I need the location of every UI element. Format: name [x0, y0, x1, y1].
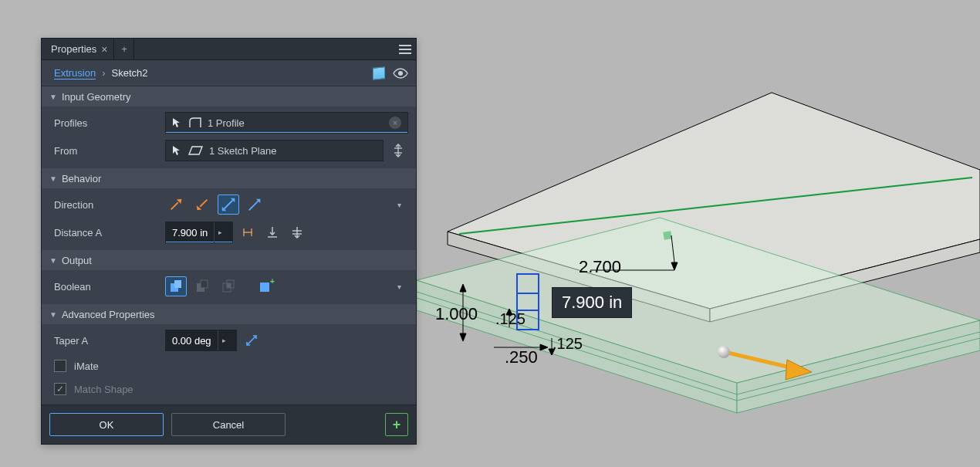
svg-rect-27	[201, 280, 208, 288]
section-label: Input Geometry	[62, 91, 131, 103]
boolean-newsolid-button[interactable]: +	[255, 276, 276, 296]
clear-icon[interactable]: ×	[389, 117, 401, 129]
from-value: 1 Sketch Plane	[209, 145, 276, 157]
spinner-icon[interactable]: ▸	[218, 330, 230, 350]
add-button[interactable]: +	[385, 413, 408, 436]
distance-through-button[interactable]	[287, 222, 307, 243]
add-tab-button[interactable]: +	[114, 39, 134, 59]
section-body-advanced: Taper A 0.00 deg ▸ iMate Match Shape	[42, 324, 416, 404]
row-imate: iMate	[49, 357, 408, 375]
model-viewport[interactable]: 7.900 in 2.700 1.000 .125 .125 .250	[417, 0, 980, 467]
breadcrumb-sketch: Sketch2	[112, 67, 148, 79]
row-taper: Taper A 0.00 deg ▸	[49, 329, 408, 352]
boolean-join-button[interactable]	[165, 276, 187, 296]
plane-icon	[189, 146, 203, 155]
ok-button[interactable]: OK	[49, 413, 164, 436]
chevron-down-icon: ▼	[49, 256, 57, 265]
row-match-shape: Match Shape	[49, 380, 408, 398]
tab-spacer	[134, 39, 394, 59]
solid-preview-icon[interactable]	[373, 66, 385, 80]
boolean-label: Boolean	[49, 281, 157, 293]
imate-label: iMate	[74, 360, 99, 372]
panel-footer: OK Cancel +	[42, 404, 416, 444]
section-body-output: Boolean + ▾	[42, 270, 416, 304]
row-profiles: Profiles 1 Profile ×	[49, 111, 408, 134]
chevron-down-icon: ▼	[49, 310, 57, 319]
direction-strip: ▾	[165, 193, 408, 216]
profiles-label: Profiles	[49, 117, 157, 129]
cancel-button[interactable]: Cancel	[171, 413, 286, 436]
svg-marker-57	[460, 333, 466, 341]
spinner-icon[interactable]: ▸	[214, 222, 226, 242]
from-field[interactable]: 1 Sketch Plane	[165, 140, 384, 161]
tab-properties[interactable]: Properties ×	[42, 39, 114, 59]
svg-point-51	[718, 346, 730, 358]
svg-rect-25	[174, 280, 181, 288]
svg-rect-30	[227, 283, 231, 288]
svg-line-8	[200, 200, 207, 207]
distance-a-value: 7.900 in	[172, 227, 208, 239]
boolean-strip: + ▾	[165, 275, 408, 298]
row-boolean: Boolean + ▾	[49, 275, 408, 298]
boolean-cut-button[interactable]	[191, 276, 213, 296]
distance-a-input[interactable]: 7.900 in ▸	[165, 222, 233, 243]
section-advanced[interactable]: ▼ Advanced Properties	[42, 304, 416, 324]
close-icon[interactable]: ×	[101, 43, 107, 56]
properties-panel: Properties × + Extrusion › Sketch2 ▼ Inp…	[41, 38, 417, 445]
flip-taper-icon	[245, 334, 258, 347]
match-shape-label: Match Shape	[74, 384, 133, 395]
section-label: Output	[62, 255, 92, 266]
cursor-icon	[172, 117, 183, 128]
tab-label: Properties	[51, 43, 96, 55]
from-offset-button[interactable]	[388, 140, 408, 161]
direction-asymmetric-button[interactable]	[244, 195, 265, 215]
chevron-down-icon[interactable]: ▾	[397, 283, 408, 291]
section-output[interactable]: ▼ Output	[42, 250, 416, 270]
taper-input[interactable]: 0.00 deg ▸	[165, 330, 237, 351]
direction-symmetric-button[interactable]	[218, 195, 239, 215]
cursor-icon	[172, 145, 183, 156]
section-body-input-geometry: Profiles 1 Profile × From 1 Sketch Plane	[42, 107, 416, 168]
svg-line-15	[249, 208, 252, 211]
breadcrumb: Extrusion › Sketch2	[42, 60, 416, 86]
section-input-geometry[interactable]: ▼ Input Geometry	[42, 86, 416, 107]
svg-line-13	[251, 201, 258, 208]
imate-checkbox[interactable]	[54, 360, 66, 372]
svg-rect-31	[260, 283, 269, 292]
profiles-field[interactable]: 1 Profile ×	[165, 112, 408, 134]
chevron-right-icon: ›	[102, 67, 105, 79]
section-label: Advanced Properties	[62, 309, 155, 320]
svg-line-6	[171, 202, 178, 209]
menu-icon[interactable]	[394, 39, 416, 59]
svg-line-10	[225, 201, 233, 209]
taper-flip-button[interactable]	[242, 330, 262, 351]
row-distance-a: Distance A 7.900 in ▸	[49, 221, 408, 244]
dim-1-000: 1.000	[435, 304, 478, 324]
profile-icon	[189, 117, 201, 128]
section-label: Behavior	[62, 173, 101, 184]
direction-label: Direction	[49, 199, 157, 211]
visibility-icon[interactable]	[393, 68, 408, 79]
through-all-icon	[291, 225, 303, 239]
measure-between-icon	[242, 225, 254, 239]
distance-measure-button[interactable]	[238, 222, 258, 243]
model-geometry	[417, 0, 980, 467]
dim-125-up: .125	[495, 310, 525, 328]
breadcrumb-extrusion[interactable]: Extrusion	[54, 67, 96, 80]
chevron-down-icon: ▼	[49, 93, 57, 101]
boolean-intersect-button[interactable]	[218, 276, 239, 296]
section-behavior[interactable]: ▼ Behavior	[42, 168, 416, 188]
row-from: From 1 Sketch Plane	[49, 139, 408, 162]
chevron-down-icon[interactable]: ▾	[397, 201, 408, 209]
dim-250: .250	[505, 347, 538, 367]
dim-125-down: .125	[553, 335, 583, 353]
profiles-value: 1 Profile	[208, 117, 245, 129]
distance-to-button[interactable]	[262, 222, 282, 243]
match-shape-checkbox[interactable]	[54, 383, 66, 395]
direction-flipped-button[interactable]	[191, 195, 213, 215]
distance-a-badge[interactable]: 7.900 in	[552, 287, 632, 318]
svg-point-3	[398, 71, 403, 76]
distance-a-label: Distance A	[49, 227, 157, 239]
direction-default-button[interactable]	[165, 195, 187, 215]
taper-label: Taper A	[49, 335, 157, 347]
